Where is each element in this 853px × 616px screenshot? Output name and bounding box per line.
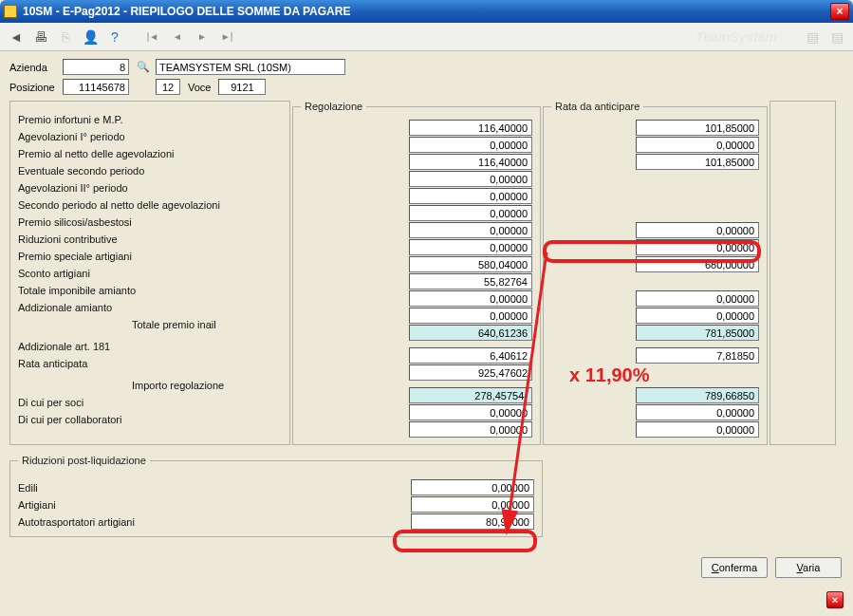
nav-next-icon[interactable]: ► <box>192 27 213 47</box>
conferma-button[interactable]: Conferma <box>701 557 768 578</box>
varia-button[interactable]: Varia <box>775 557 842 578</box>
nav-prev-icon[interactable]: ◄ <box>167 27 188 47</box>
window-title: 10SM - E-Pag2012 - RIEPILOGO DELLE SOMME… <box>23 5 830 18</box>
tool-help-icon[interactable]: ? <box>104 27 125 47</box>
nav-first-icon[interactable]: |◄ <box>142 27 163 47</box>
content-close-button[interactable]: × <box>826 591 844 608</box>
nav-last-icon[interactable]: ►| <box>216 27 237 47</box>
annot-arrow-icon <box>0 51 853 616</box>
app-icon <box>4 5 17 18</box>
content-area: Azienda 🔍 Posizione 🔍 Voce Premio infort… <box>0 51 853 545</box>
tool-user-icon[interactable]: 👤 <box>80 27 101 47</box>
tool-doc2-icon: ▤ <box>826 27 847 47</box>
annot-text: x 11,90% <box>569 364 650 386</box>
window-close-button[interactable]: × <box>830 3 849 20</box>
footer-buttons: Conferma Varia <box>701 557 842 578</box>
tool-copy-icon: ⎘ <box>55 27 76 47</box>
svg-line-0 <box>507 252 547 532</box>
tool-doc1-icon: ▤ <box>802 27 823 47</box>
brand-label: TeamSystem <box>695 29 777 45</box>
toolbar: ◄ 🖶 ⎘ 👤 ? |◄ ◄ ► ►| TeamSystem ▤ ▤ <box>0 23 853 51</box>
tool-back-icon[interactable]: ◄ <box>6 27 27 47</box>
window-titlebar: 10SM - E-Pag2012 - RIEPILOGO DELLE SOMME… <box>0 0 853 23</box>
tool-print-icon[interactable]: 🖶 <box>30 27 51 47</box>
